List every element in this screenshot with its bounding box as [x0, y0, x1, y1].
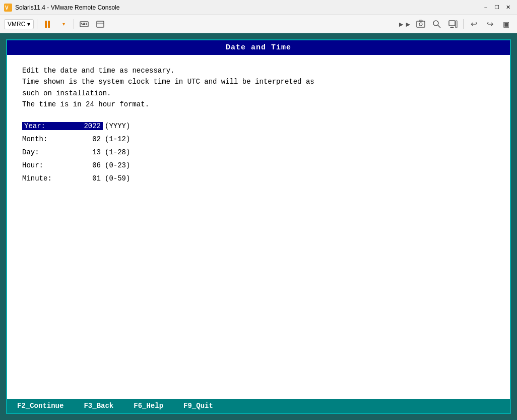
- pause-dropdown[interactable]: ▾: [56, 17, 71, 31]
- console-header: Date and Time: [7, 40, 510, 55]
- description-line-4: The time is in 24 hour format.: [22, 99, 495, 110]
- more-button[interactable]: ▣: [499, 17, 513, 31]
- window-controls: − ☐ ✕: [481, 3, 513, 13]
- toolbar: VMRC ▾ ▾: [0, 15, 517, 33]
- minute-label: Minute:: [22, 174, 78, 183]
- minimize-button[interactable]: −: [481, 3, 491, 13]
- svg-rect-6: [86, 23, 87, 24]
- minute-hint: (0-59): [105, 174, 130, 183]
- vm-settings-button[interactable]: [446, 17, 460, 31]
- snapshot-button[interactable]: [414, 17, 428, 31]
- toolbar-left: VMRC ▾ ▾: [4, 17, 395, 31]
- redo-button[interactable]: ↪: [483, 17, 497, 31]
- svg-rect-20: [456, 21, 457, 28]
- separator-3: [463, 19, 464, 29]
- close-button[interactable]: ✕: [503, 3, 513, 13]
- month-value: 02: [78, 135, 103, 143]
- toolbar-right: ►► ↩ ↪ ▣: [398, 17, 513, 31]
- svg-rect-12: [417, 21, 425, 27]
- fast-forward-button[interactable]: ►►: [398, 17, 412, 31]
- f9-quit[interactable]: F9_Quit: [183, 402, 213, 410]
- year-value: 2022: [78, 122, 103, 130]
- window-title: Solaris11.4 - VMware Remote Console: [15, 4, 481, 11]
- fit-screen-button[interactable]: [93, 17, 107, 31]
- console-inner: Date and Time Edit the date and time as …: [6, 39, 511, 414]
- date-time-fields: Year: 2022 (YYYY) Month: 02 (1-12) Day: …: [22, 121, 495, 184]
- description-line-2: Time shown is the system clock time in U…: [22, 76, 495, 87]
- separator-2: [74, 19, 74, 29]
- svg-rect-17: [449, 21, 455, 26]
- f2-continue[interactable]: F2_Continue: [17, 402, 63, 410]
- svg-rect-9: [86, 24, 87, 25]
- f3-back[interactable]: F3_Back: [84, 402, 113, 410]
- separator-1: [37, 19, 37, 29]
- zoom-button[interactable]: [430, 17, 444, 31]
- description-line-3: such on installation.: [22, 88, 495, 99]
- svg-rect-10: [97, 21, 104, 27]
- description-line-1: Edit the date and time as necessary.: [22, 65, 495, 76]
- day-field-row[interactable]: Day: 13 (1-28): [22, 147, 495, 158]
- svg-point-13: [419, 23, 422, 26]
- month-hint: (1-12): [105, 135, 130, 143]
- svg-rect-5: [84, 23, 85, 24]
- zoom-icon: [432, 20, 441, 29]
- hour-field-row[interactable]: Hour: 06 (0-23): [22, 160, 495, 171]
- restore-button[interactable]: ☐: [492, 3, 502, 13]
- title-bar: V Solaris11.4 - VMware Remote Console − …: [0, 0, 517, 15]
- app-icon: V: [4, 4, 12, 12]
- month-label: Month:: [22, 135, 78, 143]
- year-label: Year:: [22, 122, 78, 130]
- keyboard-icon: [80, 20, 89, 29]
- year-hint: (YYYY): [105, 122, 130, 130]
- minute-value: 01: [78, 174, 103, 183]
- hour-hint: (0-23): [105, 161, 130, 169]
- svg-rect-4: [83, 23, 84, 24]
- undo-button[interactable]: ↩: [467, 17, 481, 31]
- svg-rect-7: [82, 24, 83, 25]
- svg-text:V: V: [5, 5, 9, 11]
- svg-line-16: [438, 25, 440, 28]
- pause-button[interactable]: [40, 17, 54, 31]
- day-value: 13: [78, 148, 103, 156]
- vm-settings-icon: [448, 20, 458, 29]
- description-block: Edit the date and time as necessary. Tim…: [22, 65, 495, 110]
- fit-screen-icon: [96, 20, 105, 29]
- f6-help[interactable]: F6_Help: [134, 402, 163, 410]
- vmrc-label: VMRC: [8, 21, 25, 28]
- pause-icon: [45, 21, 50, 28]
- console-content: Edit the date and time as necessary. Tim…: [7, 55, 510, 399]
- snapshot-icon: [416, 20, 425, 29]
- vmrc-dropdown-icon: ▾: [27, 21, 30, 28]
- hour-label: Hour:: [22, 161, 78, 169]
- minute-field-row[interactable]: Minute: 01 (0-59): [22, 173, 495, 184]
- year-field-row[interactable]: Year: 2022 (YYYY): [22, 121, 495, 132]
- hour-value: 06: [78, 161, 103, 169]
- svg-point-15: [433, 21, 438, 26]
- day-label: Day:: [22, 148, 78, 156]
- console-outer: Date and Time Edit the date and time as …: [0, 33, 517, 420]
- svg-rect-3: [81, 23, 82, 24]
- day-hint: (1-28): [105, 148, 130, 156]
- function-key-bar: F2_Continue F3_Back F6_Help F9_Quit: [7, 399, 510, 413]
- svg-rect-8: [83, 24, 85, 25]
- send-keys-button[interactable]: [77, 17, 91, 31]
- vmrc-menu[interactable]: VMRC ▾: [4, 19, 34, 29]
- month-field-row[interactable]: Month: 02 (1-12): [22, 134, 495, 145]
